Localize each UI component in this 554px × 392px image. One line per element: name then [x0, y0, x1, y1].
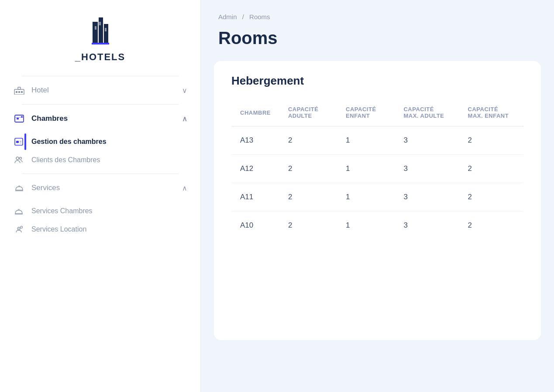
svg-rect-5 — [99, 22, 101, 25]
cell-cap_enfant: 1 — [337, 126, 395, 155]
chambres-label: Chambres — [31, 114, 182, 123]
svg-rect-25 — [18, 209, 20, 210]
table-body: A132132A122132A112132A102132 — [231, 126, 523, 240]
gestion-icon — [13, 136, 24, 147]
sidebar-item-chambres[interactable]: Chambres ∧ — [0, 105, 200, 133]
breadcrumb-separator: / — [242, 13, 244, 20]
cell-cap_max_enfant: 2 — [459, 155, 523, 183]
svg-rect-13 — [17, 118, 19, 119]
svg-rect-6 — [105, 28, 107, 31]
breadcrumb-current: Rooms — [249, 13, 270, 20]
svg-rect-1 — [99, 17, 103, 44]
breadcrumb: Admin / Rooms — [218, 13, 537, 20]
sidebar-subitem-gestion[interactable]: Gestion des chambres — [0, 133, 200, 151]
svg-rect-8 — [18, 87, 21, 89]
svg-point-21 — [20, 157, 22, 160]
hotel-icon — [13, 84, 25, 96]
cell-cap_max_adulte: 3 — [395, 126, 459, 155]
svg-rect-2 — [104, 24, 108, 44]
svg-rect-17 — [16, 141, 19, 143]
svg-point-27 — [18, 228, 19, 229]
svg-point-20 — [16, 157, 19, 160]
clients-icon — [13, 154, 24, 166]
cell-cap_adulte: 2 — [279, 211, 337, 240]
cell-cap_enfant: 1 — [337, 211, 395, 240]
services-chevron: ∧ — [182, 184, 187, 192]
svg-rect-24 — [15, 214, 23, 215]
cell-cap_enfant: 1 — [337, 155, 395, 183]
content-card: Hebergement CHAMBRE CAPACITÉ ADULTE CAPA… — [214, 61, 541, 340]
services-icon — [13, 182, 25, 194]
cell-chambre: A10 — [231, 211, 279, 240]
clients-label: Clients des Chambres — [31, 156, 100, 164]
sidebar: _HOTELS Hotel ∨ Chambres ∧ — [0, 0, 201, 392]
services-location-icon — [13, 224, 24, 235]
logo-area: _HOTELS — [0, 0, 200, 76]
svg-rect-22 — [15, 190, 23, 191]
table-row: A102132 — [231, 211, 523, 240]
chambres-icon — [13, 112, 25, 125]
svg-rect-4 — [95, 26, 96, 30]
svg-rect-19 — [20, 143, 21, 143]
cell-cap_adulte: 2 — [279, 155, 337, 183]
breadcrumb-area: Admin / Rooms — [201, 0, 554, 25]
cell-cap_max_adulte: 3 — [395, 183, 459, 211]
services-chambres-icon — [13, 205, 24, 217]
col-cap-max-enfant: CAPACITÉ MAX. ENFANT — [459, 101, 523, 126]
logo-text: _HOTELS — [75, 51, 125, 63]
table-header-row: CHAMBRE CAPACITÉ ADULTE CAPACITÉ ENFANT … — [231, 101, 523, 126]
svg-rect-23 — [18, 185, 20, 187]
cell-cap_max_enfant: 2 — [459, 126, 523, 155]
table-row: A122132 — [231, 155, 523, 183]
cell-cap_max_enfant: 2 — [459, 183, 523, 211]
hotel-label: Hotel — [31, 86, 182, 95]
logo-icon — [83, 13, 118, 48]
svg-rect-10 — [18, 91, 20, 93]
cell-cap_max_adulte: 3 — [395, 211, 459, 240]
svg-rect-11 — [21, 91, 23, 93]
gestion-label: Gestion des chambres — [31, 138, 107, 146]
cell-cap_enfant: 1 — [337, 183, 395, 211]
cell-cap_adulte: 2 — [279, 126, 337, 155]
col-cap-enfant: CAPACITÉ ENFANT — [337, 101, 395, 126]
page-title: Rooms — [201, 25, 554, 61]
hotel-chevron: ∨ — [182, 86, 187, 95]
sidebar-item-services[interactable]: Services ∧ — [0, 174, 200, 202]
main-content: Admin / Rooms Rooms Hebergement CHAMBRE … — [201, 0, 554, 392]
chambres-chevron: ∧ — [182, 115, 187, 123]
breadcrumb-admin: Admin — [218, 13, 237, 20]
cell-chambre: A12 — [231, 155, 279, 183]
svg-rect-3 — [92, 43, 109, 44]
services-chambres-label: Services Chambres — [31, 207, 93, 215]
cell-chambre: A13 — [231, 126, 279, 155]
table-row: A132132 — [231, 126, 523, 155]
rooms-table: CHAMBRE CAPACITÉ ADULTE CAPACITÉ ENFANT … — [231, 101, 523, 239]
col-cap-max-adulte: CAPACITÉ MAX. ADULTE — [395, 101, 459, 126]
svg-rect-9 — [16, 91, 17, 93]
services-location-label: Services Location — [31, 225, 86, 233]
svg-rect-0 — [93, 22, 98, 44]
services-label: Services — [31, 184, 182, 192]
col-chambre: CHAMBRE — [231, 101, 279, 126]
table-row: A112132 — [231, 183, 523, 211]
sidebar-subitem-clients[interactable]: Clients des Chambres — [0, 151, 200, 169]
cell-chambre: A11 — [231, 183, 279, 211]
sidebar-item-hotel[interactable]: Hotel ∨ — [0, 76, 200, 104]
svg-rect-18 — [20, 141, 21, 142]
svg-point-15 — [21, 116, 23, 118]
cell-cap_adulte: 2 — [279, 183, 337, 211]
sidebar-subitem-services-chambres[interactable]: Services Chambres — [0, 202, 200, 220]
table-header: CHAMBRE CAPACITÉ ADULTE CAPACITÉ ENFANT … — [231, 101, 523, 126]
card-title: Hebergement — [231, 74, 523, 88]
sidebar-subitem-services-location[interactable]: Services Location — [0, 220, 200, 239]
cell-cap_max_adulte: 3 — [395, 155, 459, 183]
cell-cap_max_enfant: 2 — [459, 211, 523, 240]
col-cap-adulte: CAPACITÉ ADULTE — [279, 101, 337, 126]
